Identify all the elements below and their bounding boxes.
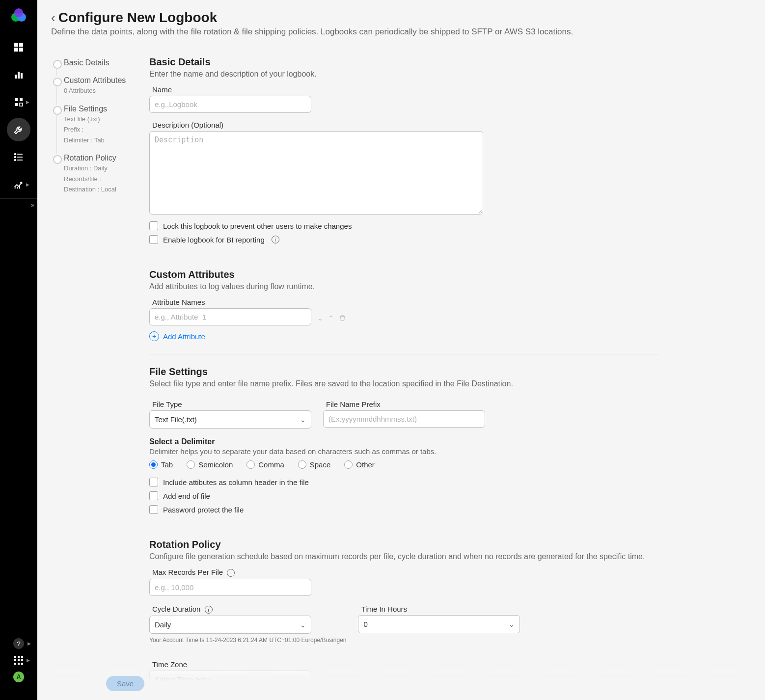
chevron-down-icon: ⌄ xyxy=(300,416,306,424)
cycle-duration-value: Daily xyxy=(155,620,171,629)
file-type-value: Text File(.txt) xyxy=(155,415,197,424)
svg-point-17 xyxy=(15,154,16,155)
section-heading: Rotation Policy xyxy=(149,539,660,550)
lock-checkbox[interactable] xyxy=(149,221,158,230)
save-button[interactable]: Save xyxy=(106,676,144,691)
help-icon[interactable]: ? ▶ xyxy=(13,638,24,649)
section-basic-details: Basic Details Enter the name and descrip… xyxy=(149,56,660,257)
password-protect-label: Password protect the file xyxy=(163,506,244,514)
delimiter-tab-radio[interactable]: Tab xyxy=(149,460,173,469)
app-logo xyxy=(10,7,27,25)
trash-icon[interactable] xyxy=(339,314,346,322)
svg-rect-30 xyxy=(18,663,20,665)
time-hours-select[interactable]: 0 ⌄ xyxy=(358,615,520,633)
nav-analytics-icon[interactable] xyxy=(7,63,30,86)
step-file-settings[interactable]: File Settings Text file (.txt) Prefix : … xyxy=(51,105,149,145)
info-icon[interactable]: i xyxy=(205,606,213,614)
svg-rect-6 xyxy=(19,48,23,52)
file-prefix-label: File Name Prefix xyxy=(326,400,485,408)
svg-point-18 xyxy=(15,157,16,158)
page-header: ‹ Configure New Logbook Define the data … xyxy=(37,0,765,42)
nav-list-icon[interactable] xyxy=(7,145,30,169)
caret-icon: ▶ xyxy=(27,658,30,663)
svg-rect-29 xyxy=(14,663,16,665)
delimiter-other-radio[interactable]: Other xyxy=(344,460,375,469)
section-custom-attributes: Custom Attributes Add attributes to log … xyxy=(149,269,660,354)
info-icon[interactable]: i xyxy=(227,569,235,577)
svg-point-19 xyxy=(15,160,16,161)
attribute-names-label: Attribute Names xyxy=(152,298,660,306)
step-basic-details[interactable]: Basic Details xyxy=(51,58,149,67)
section-desc: Configure file generation schedule based… xyxy=(149,552,660,561)
section-heading: Custom Attributes xyxy=(149,269,660,280)
timezone-label: Time Zone xyxy=(152,660,311,669)
add-eof-checkbox[interactable] xyxy=(149,491,158,500)
step-custom-attributes[interactable]: Custom Attributes 0 Attributes xyxy=(51,76,149,96)
time-hours-label: Time In Hours xyxy=(361,605,520,613)
caret-icon: ▶ xyxy=(26,182,29,187)
back-chevron-icon[interactable]: ‹ xyxy=(51,11,55,24)
svg-rect-28 xyxy=(21,659,23,661)
section-heading: Basic Details xyxy=(149,56,660,68)
caret-icon: ▶ xyxy=(27,641,31,646)
bi-reporting-checkbox[interactable] xyxy=(149,235,158,244)
chevron-up-icon[interactable]: ⌃ xyxy=(328,314,334,322)
delimiter-semicolon-radio[interactable]: Semicolon xyxy=(187,460,233,469)
section-file-settings: File Settings Select file type and enter… xyxy=(149,366,660,527)
include-header-label: Include attibutes as column header in th… xyxy=(163,478,309,486)
user-avatar[interactable]: A xyxy=(13,672,24,682)
delimiter-space-radio[interactable]: Space xyxy=(298,460,331,469)
svg-rect-27 xyxy=(18,659,20,661)
svg-rect-11 xyxy=(20,98,23,101)
password-protect-checkbox[interactable] xyxy=(149,505,158,514)
time-hours-value: 0 xyxy=(363,620,367,628)
svg-rect-9 xyxy=(21,73,23,79)
svg-rect-24 xyxy=(18,656,20,658)
attribute-name-input[interactable] xyxy=(149,308,311,325)
delimiter-comma-radio[interactable]: Comma xyxy=(246,460,284,469)
add-attribute-button[interactable]: + Add Attribute xyxy=(149,331,205,341)
description-textarea[interactable] xyxy=(149,131,483,215)
page-title: Configure New Logbook xyxy=(58,10,218,26)
nav-builder-icon[interactable]: ▶ xyxy=(7,90,30,114)
info-icon[interactable]: i xyxy=(272,236,279,243)
include-header-checkbox[interactable] xyxy=(149,478,158,486)
section-desc: Select file type and enter file name pre… xyxy=(149,379,660,388)
lock-label: Lock this logbook to prevent other users… xyxy=(163,222,352,230)
delimiter-heading: Select a Delimiter xyxy=(149,437,660,446)
max-records-input[interactable] xyxy=(149,579,311,596)
section-desc: Add attributes to log values during flow… xyxy=(149,282,660,291)
chevron-down-icon[interactable]: ⌄ xyxy=(317,314,323,322)
collapse-rail-icon[interactable]: » xyxy=(0,198,37,211)
account-time-note: Your Account Time Is 11-24-2023 6:21:24 … xyxy=(149,637,346,644)
svg-rect-31 xyxy=(21,663,23,665)
cycle-duration-select[interactable]: Daily ⌄ xyxy=(149,616,311,634)
apps-grid-icon[interactable]: ▶ xyxy=(14,656,23,665)
svg-point-2 xyxy=(14,8,23,17)
nav-trends-icon[interactable]: ▶ xyxy=(7,173,30,196)
chevron-down-icon: ⌄ xyxy=(300,621,306,629)
step-rotation-policy[interactable]: Rotation Policy Duration : Daily Records… xyxy=(51,154,149,194)
name-input[interactable] xyxy=(149,96,311,113)
max-records-label: Max Records Per File i xyxy=(152,568,660,577)
chevron-down-icon: ⌄ xyxy=(509,620,515,628)
bi-reporting-label: Enable logbook for BI reporting xyxy=(163,236,265,244)
footer-bar: Save xyxy=(37,669,765,700)
delimiter-desc: Delimiter helps you to separate your dat… xyxy=(149,447,660,456)
svg-rect-3 xyxy=(14,43,18,47)
add-attribute-label: Add Attribute xyxy=(163,332,205,341)
page-subtitle: Define the data points, along with the f… xyxy=(51,27,751,37)
cycle-duration-label: Cycle Duration i xyxy=(152,605,346,614)
section-desc: Enter the name and description of your l… xyxy=(149,70,660,79)
nav-settings-icon[interactable] xyxy=(7,118,30,141)
file-prefix-input[interactable] xyxy=(323,410,485,428)
svg-rect-5 xyxy=(14,48,18,52)
nav-dashboard-icon[interactable] xyxy=(7,35,30,59)
svg-rect-10 xyxy=(15,98,18,101)
svg-rect-12 xyxy=(15,103,18,106)
svg-rect-8 xyxy=(18,72,20,79)
file-type-select[interactable]: Text File(.txt) ⌄ xyxy=(149,410,311,429)
svg-rect-4 xyxy=(19,43,23,47)
plus-circle-icon: + xyxy=(149,331,159,341)
file-type-label: File Type xyxy=(152,400,311,408)
